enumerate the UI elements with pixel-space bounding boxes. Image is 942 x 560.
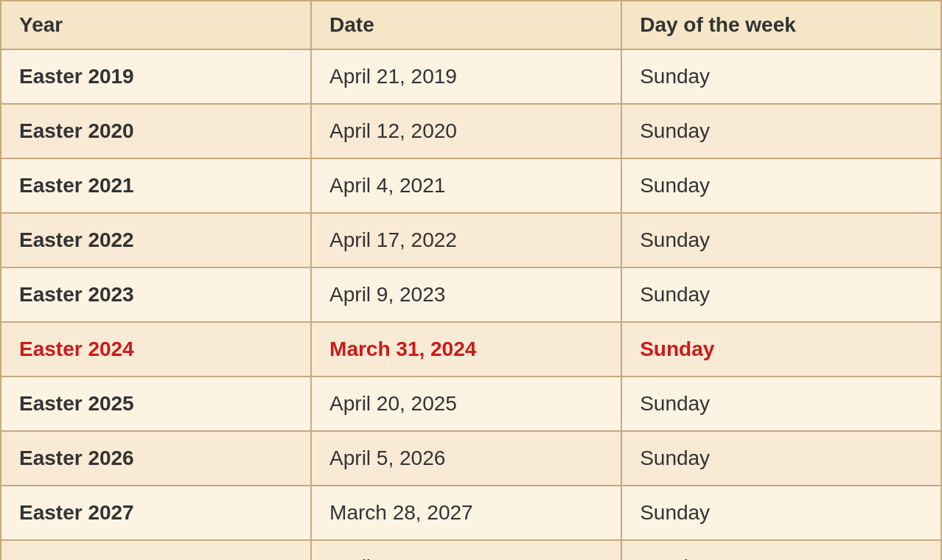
table-row: Easter 2024March 31, 2024Sunday bbox=[1, 322, 941, 377]
table-row: Easter 2025April 20, 2025Sunday bbox=[1, 377, 941, 431]
cell-day: Sunday bbox=[621, 486, 941, 540]
table-header-row: Year Date Day of the week bbox=[1, 1, 941, 49]
cell-day: Sunday bbox=[621, 158, 941, 213]
cell-day: Sunday bbox=[621, 267, 941, 322]
cell-year: Easter 2027 bbox=[1, 486, 311, 540]
header-day: Day of the week bbox=[621, 1, 941, 49]
cell-year: Easter 2026 bbox=[1, 431, 311, 486]
cell-date: April 4, 2021 bbox=[311, 158, 621, 213]
cell-date: March 31, 2024 bbox=[311, 322, 621, 377]
cell-date: April 12, 2020 bbox=[311, 104, 621, 158]
cell-day: Sunday bbox=[621, 377, 941, 431]
cell-year: Easter 2028 bbox=[1, 540, 311, 560]
cell-date: April 5, 2026 bbox=[311, 431, 621, 486]
table-row: Easter 2028April 16, 2028Sunday bbox=[1, 540, 941, 560]
easter-dates-table: Year Date Day of the week Easter 2019Apr… bbox=[0, 0, 942, 560]
table-row: Easter 2026April 5, 2026Sunday bbox=[1, 431, 941, 486]
cell-year: Easter 2022 bbox=[1, 213, 311, 267]
cell-date: April 21, 2019 bbox=[311, 49, 621, 104]
header-year: Year bbox=[1, 1, 311, 49]
cell-year: Easter 2025 bbox=[1, 377, 311, 431]
cell-date: March 28, 2027 bbox=[311, 486, 621, 540]
header-date: Date bbox=[311, 1, 621, 49]
table-row: Easter 2022April 17, 2022Sunday bbox=[1, 213, 941, 267]
cell-day: Sunday bbox=[621, 49, 941, 104]
table-row: Easter 2023April 9, 2023Sunday bbox=[1, 267, 941, 322]
main-container: Year Date Day of the week Easter 2019Apr… bbox=[0, 0, 942, 560]
table-row: Easter 2019April 21, 2019Sunday bbox=[1, 49, 941, 104]
cell-year: Easter 2020 bbox=[1, 104, 311, 158]
cell-day: Sunday bbox=[621, 322, 941, 377]
cell-year: Easter 2024 bbox=[1, 322, 311, 377]
cell-day: Sunday bbox=[621, 104, 941, 158]
cell-date: April 17, 2022 bbox=[311, 213, 621, 267]
cell-day: Sunday bbox=[621, 213, 941, 267]
cell-year: Easter 2023 bbox=[1, 267, 311, 322]
cell-year: Easter 2021 bbox=[1, 158, 311, 213]
cell-day: Sunday bbox=[621, 540, 941, 560]
table-row: Easter 2027March 28, 2027Sunday bbox=[1, 486, 941, 540]
cell-year: Easter 2019 bbox=[1, 49, 311, 104]
cell-date: April 16, 2028 bbox=[311, 540, 621, 560]
cell-day: Sunday bbox=[621, 431, 941, 486]
table-row: Easter 2020April 12, 2020Sunday bbox=[1, 104, 941, 158]
cell-date: April 9, 2023 bbox=[311, 267, 621, 322]
cell-date: April 20, 2025 bbox=[311, 377, 621, 431]
table-row: Easter 2021April 4, 2021Sunday bbox=[1, 158, 941, 213]
